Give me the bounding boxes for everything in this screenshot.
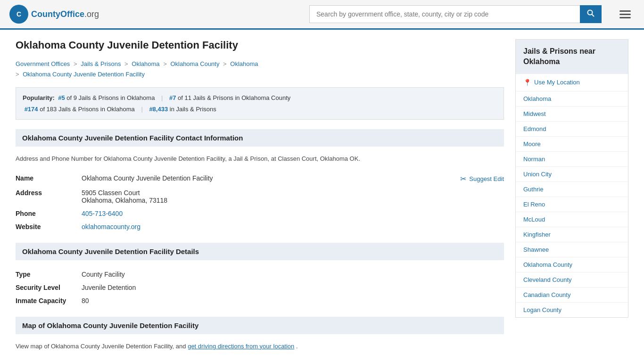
popularity-label: Popularity: [23,94,55,101]
search-area [309,5,602,23]
facility-details: Type County Facility Security Level Juve… [16,268,504,307]
sidebar-link-edmond[interactable]: Edmond [516,122,628,137]
pop-item-3: #174 of 183 Jails & Prisons in Oklahoma [23,106,136,113]
sidebar-link-el-reno[interactable]: El Reno [516,197,628,212]
capacity-row: Inmate Capacity 80 [16,294,504,307]
map-description: View map of Oklahoma County Juvenile Det… [16,342,504,352]
phone-value: 405-713-6400 [82,210,504,217]
details-section-header: Oklahoma County Juvenile Detention Facil… [16,243,504,260]
logo-icon: C [9,5,28,24]
phone-row: Phone 405-713-6400 [16,207,504,220]
popularity-bar: Popularity: #5 of 9 Jails & Prisons in O… [16,87,504,120]
name-label: Name [16,174,82,182]
type-value: County Facility [82,271,504,278]
sidebar-link-kingfisher[interactable]: Kingfisher [516,227,628,242]
sidebar-title: Jails & Prisons near Oklahoma [516,40,628,74]
capacity-value: 80 [82,297,504,304]
directions-link[interactable]: get driving directions from your locatio… [188,343,294,350]
sidebar-link-union-city[interactable]: Union City [516,167,628,182]
sidebar-link-logan-county[interactable]: Logan County [516,303,628,317]
suggest-edit-label: Suggest Edit [469,175,504,182]
contact-section-header: Oklahoma County Juvenile Detention Facil… [16,129,504,147]
sidebar-link-norman[interactable]: Norman [516,152,628,167]
map-desc-suffix: . [296,343,298,350]
security-value: Juvenile Detention [82,284,504,291]
menu-button[interactable] [616,8,635,20]
website-link[interactable]: oklahomacounty.org [82,223,140,230]
breadcrumb: Government Offices > Jails & Prisons > O… [16,59,504,80]
security-label: Security Level [16,284,82,291]
pop-item-1: #5 of 9 Jails & Prisons in Oklahoma [57,94,157,101]
sidebar-link-moore[interactable]: Moore [516,137,628,152]
type-label: Type [16,271,82,278]
sidebar-link-oklahoma[interactable]: Oklahoma [516,91,628,107]
address-row: Address 5905 Classen Court Oklahoma, Okl… [16,186,504,207]
breadcrumb-oklahoma[interactable]: Oklahoma [132,60,159,67]
capacity-label: Inmate Capacity [16,297,82,304]
svg-text:C: C [17,10,21,18]
contact-details: Name Oklahoma County Juvenile Detention … [16,172,504,233]
sidebar: Jails & Prisons near Oklahoma 📍 Use My L… [515,39,628,359]
contact-description: Address and Phone Number for Oklahoma Co… [16,154,504,164]
menu-bar-1 [619,10,631,12]
type-row: Type County Facility [16,268,504,281]
breadcrumb-jails[interactable]: Jails & Prisons [81,60,121,67]
sidebar-link-cleveland-county[interactable]: Cleveland County [516,272,628,288]
page-title: Oklahoma County Juvenile Detention Facil… [16,39,504,51]
phone-label: Phone [16,210,82,217]
svg-line-3 [592,15,594,17]
phone-link[interactable]: 405-713-6400 [82,210,123,217]
name-value: Oklahoma County Juvenile Detention Facil… [82,174,460,182]
main-container: Oklahoma County Juvenile Detention Facil… [6,30,638,362]
address-label: Address [16,189,82,197]
menu-bar-2 [619,14,631,15]
breadcrumb-oklahoma2[interactable]: Oklahoma [230,60,258,67]
pop-item-2: #7 of 11 Jails & Prisons in Oklahoma Cou… [169,94,290,101]
location-pin-icon: 📍 [523,79,531,86]
sidebar-link-midwest[interactable]: Midwest [516,107,628,122]
search-button[interactable] [580,5,602,23]
menu-bar-3 [619,17,631,18]
svg-point-2 [588,10,593,15]
website-value: oklahomacounty.org [82,223,504,230]
sidebar-link-mcloud[interactable]: McLoud [516,212,628,227]
site-header: C CountyOffice.org [0,0,644,30]
address-value: 5905 Classen Court Oklahoma, Oklahoma, 7… [82,189,504,204]
suggest-edit-link[interactable]: ✂ Suggest Edit [460,174,504,183]
map-section-header: Map of Oklahoma County Juvenile Detentio… [16,317,504,334]
suggest-edit-icon: ✂ [460,174,466,183]
security-row: Security Level Juvenile Detention [16,281,504,294]
sidebar-link-guthrie[interactable]: Guthrie [516,182,628,197]
use-my-location[interactable]: 📍 Use My Location [516,74,628,91]
sidebar-link-oklahoma-county[interactable]: Oklahoma County [516,257,628,272]
search-input[interactable] [309,5,580,23]
website-row: Website oklahomacounty.org [16,220,504,233]
site-logo[interactable]: C CountyOffice.org [9,5,99,24]
pop-item-4: #8,433 in Jails & Prisons [149,106,216,113]
sidebar-box: Jails & Prisons near Oklahoma 📍 Use My L… [515,39,628,318]
use-my-location-label: Use My Location [534,79,580,86]
breadcrumb-facility[interactable]: Oklahoma County Juvenile Detention Facil… [23,71,145,78]
website-label: Website [16,223,82,230]
sidebar-link-shawnee[interactable]: Shawnee [516,242,628,257]
sidebar-link-canadian-county[interactable]: Canadian County [516,288,628,303]
name-row: Name Oklahoma County Juvenile Detention … [16,172,504,186]
logo-text: CountyOffice.org [31,9,99,19]
breadcrumb-gov-offices[interactable]: Government Offices [16,60,70,67]
content-area: Oklahoma County Juvenile Detention Facil… [16,39,504,359]
breadcrumb-oklahoma-county[interactable]: Oklahoma County [170,60,219,67]
map-desc-prefix: View map of Oklahoma County Juvenile Det… [16,343,188,350]
